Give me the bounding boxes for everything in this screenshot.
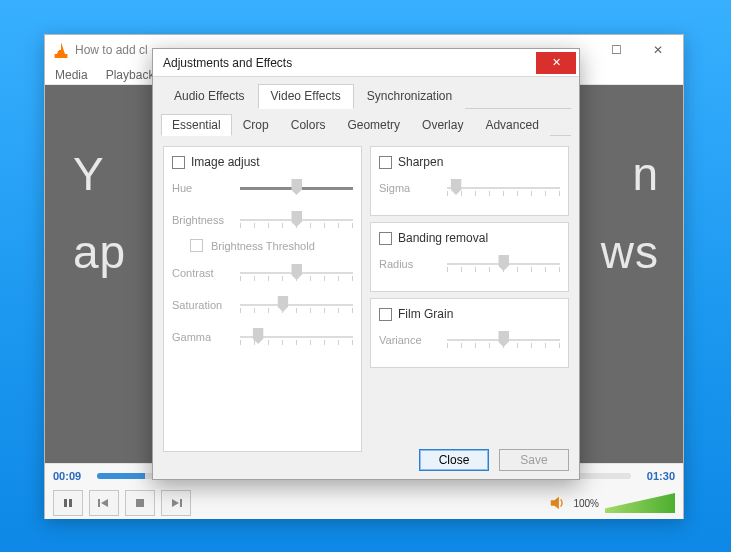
dialog-titlebar[interactable]: Adjustments and Effects ✕ — [153, 49, 579, 77]
label-banding-removal: Banding removal — [398, 231, 488, 245]
close-button[interactable]: Close — [419, 449, 489, 471]
pause-button[interactable] — [53, 490, 83, 516]
subtab-essential[interactable]: Essential — [161, 114, 232, 136]
next-button[interactable] — [161, 490, 191, 516]
svg-marker-7 — [551, 497, 559, 510]
label-contrast: Contrast — [172, 267, 232, 279]
label-brightness: Brightness — [172, 214, 232, 226]
checkbox-image-adjust[interactable] — [172, 156, 185, 169]
subtab-advanced[interactable]: Advanced — [474, 114, 549, 136]
group-film-grain: Film Grain Variance — [370, 298, 569, 368]
save-button[interactable]: Save — [499, 449, 569, 471]
svg-marker-5 — [172, 499, 179, 507]
label-brightness-threshold: Brightness Threshold — [211, 240, 315, 252]
label-saturation: Saturation — [172, 299, 232, 311]
video-bg-text: ws — [601, 223, 659, 283]
label-variance: Variance — [379, 334, 439, 346]
slider-sigma[interactable] — [447, 177, 560, 199]
volume-percent: 100% — [573, 498, 599, 509]
label-image-adjust: Image adjust — [191, 155, 260, 169]
stop-button[interactable] — [125, 490, 155, 516]
label-film-grain: Film Grain — [398, 307, 453, 321]
time-total: 01:30 — [639, 470, 675, 482]
close-window-button[interactable]: ✕ — [637, 36, 679, 64]
dialog-title: Adjustments and Effects — [163, 56, 292, 70]
slider-radius[interactable] — [447, 253, 560, 275]
svg-rect-2 — [98, 499, 100, 507]
subtab-colors[interactable]: Colors — [280, 114, 337, 136]
checkbox-banding-removal[interactable] — [379, 232, 392, 245]
subtab-crop[interactable]: Crop — [232, 114, 280, 136]
time-elapsed: 00:09 — [53, 470, 89, 482]
seek-fill — [97, 473, 145, 479]
vlc-cone-icon — [53, 42, 69, 58]
menu-media[interactable]: Media — [55, 68, 88, 82]
subtab-overlay[interactable]: Overlay — [411, 114, 474, 136]
slider-hue[interactable] — [240, 177, 353, 199]
label-gamma: Gamma — [172, 331, 232, 343]
label-hue: Hue — [172, 182, 232, 194]
dialog-close-button[interactable]: ✕ — [536, 52, 576, 74]
label-sigma: Sigma — [379, 182, 439, 194]
svg-marker-3 — [101, 499, 108, 507]
svg-rect-1 — [69, 499, 72, 507]
adjustments-effects-dialog: Adjustments and Effects ✕ Audio Effects … — [152, 48, 580, 480]
slider-gamma[interactable] — [240, 326, 353, 348]
svg-rect-4 — [136, 499, 144, 507]
checkbox-brightness-threshold[interactable] — [190, 239, 203, 252]
group-sharpen: Sharpen Sigma — [370, 146, 569, 216]
previous-button[interactable] — [89, 490, 119, 516]
video-bg-text: ap — [73, 223, 126, 283]
video-bg-text: n — [601, 145, 659, 205]
video-bg-text: Y — [73, 145, 126, 205]
menu-playback[interactable]: Playback — [106, 68, 155, 82]
sub-tabstrip: Essential Crop Colors Geometry Overlay A… — [161, 113, 571, 136]
svg-rect-0 — [64, 499, 67, 507]
svg-rect-6 — [180, 499, 182, 507]
label-radius: Radius — [379, 258, 439, 270]
group-image-adjust: Image adjust Hue Brightness — [163, 146, 362, 452]
tab-audio-effects[interactable]: Audio Effects — [161, 84, 258, 109]
slider-saturation[interactable] — [240, 294, 353, 316]
tab-synchronization[interactable]: Synchronization — [354, 84, 465, 109]
slider-contrast[interactable] — [240, 262, 353, 284]
main-tabstrip: Audio Effects Video Effects Synchronizat… — [161, 83, 571, 109]
checkbox-sharpen[interactable] — [379, 156, 392, 169]
group-banding-removal: Banding removal Radius — [370, 222, 569, 292]
label-sharpen: Sharpen — [398, 155, 443, 169]
tab-video-effects[interactable]: Video Effects — [258, 84, 354, 109]
slider-brightness[interactable] — [240, 209, 353, 231]
checkbox-film-grain[interactable] — [379, 308, 392, 321]
maximize-button[interactable]: ☐ — [595, 36, 637, 64]
volume-slider[interactable] — [605, 493, 675, 513]
subtab-geometry[interactable]: Geometry — [336, 114, 411, 136]
slider-variance[interactable] — [447, 329, 560, 351]
speaker-icon[interactable] — [549, 494, 567, 512]
